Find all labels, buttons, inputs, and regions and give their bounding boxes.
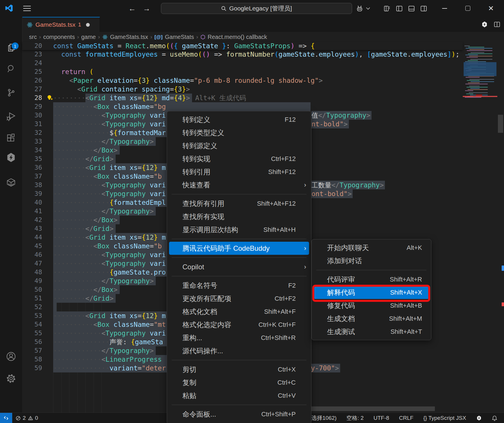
nav-forward-button[interactable]: → (142, 3, 152, 13)
codebuddy-activity-icon[interactable] (0, 150, 22, 165)
context-menu-item[interactable]: Copilot› (169, 260, 309, 273)
container-icon[interactable] (0, 175, 22, 190)
menu-item-shortcut: Ctrl+Shift+P (261, 411, 304, 418)
problems-status[interactable]: 2 0 (16, 413, 38, 423)
context-menu-item[interactable]: 转到实现Ctrl+F12 (169, 152, 309, 165)
run-debug-icon[interactable] (0, 109, 22, 124)
context-menu-item[interactable]: 转到定义F12 (169, 113, 309, 126)
codebuddy-rabbit-icon[interactable] (356, 5, 364, 12)
menu-item-label: 添加到对话 (327, 256, 362, 266)
breadcrumb-item[interactable]: components (43, 34, 75, 40)
extensions-icon[interactable] (0, 131, 22, 146)
context-menu-item[interactable]: 转到引用Shift+F12 (169, 165, 309, 178)
context-menu-item[interactable]: 转到类型定义 (169, 126, 309, 139)
remote-indicator[interactable] (0, 413, 12, 423)
context-menu-item[interactable]: 显示调用层次结构Shift+Alt+H (169, 223, 309, 236)
menu-separator (316, 270, 426, 270)
submenu-item[interactable]: 开始内联聊天Alt+K (314, 241, 429, 254)
eol-status[interactable]: CRLF (399, 415, 414, 421)
breadcrumb-item[interactable]: GameStats.tsx (110, 34, 148, 40)
context-menu-item[interactable]: 复制Ctrl+C (169, 376, 309, 389)
context-menu-item[interactable]: 格式化选定内容Ctrl+K Ctrl+F (169, 318, 309, 331)
lightbulb-sparkle-icon[interactable] (46, 94, 53, 101)
line-number: 31 (29, 120, 42, 128)
breadcrumb[interactable]: src›components›game›GameStats.tsx›[@]Gam… (29, 32, 465, 42)
selection-status[interactable]: 选择1062) (311, 414, 337, 422)
line-number: 36 (29, 163, 42, 172)
line-number: 37 (29, 172, 42, 181)
line-number: 53 (29, 311, 42, 320)
context-menu-item[interactable]: 剪切Ctrl+X (169, 363, 309, 376)
warning-count: 0 (35, 415, 38, 421)
minimize-button[interactable] (435, 0, 453, 17)
minimap[interactable] (463, 42, 497, 413)
toggle-secondary-sidebar-icon[interactable] (419, 5, 428, 12)
submenu-item[interactable]: 生成文档Shift+Alt+M (314, 312, 429, 325)
tab-gamestats[interactable]: GameStats.tsx 1 (22, 17, 100, 32)
submenu-item[interactable]: 添加到对话 (314, 254, 429, 267)
context-menu-item[interactable]: 腾讯云代码助手 CodeBuddy› (169, 242, 309, 255)
split-editor-icon[interactable] (492, 20, 502, 29)
notifications-bell-icon[interactable] (492, 415, 497, 421)
nav-back-button[interactable]: ← (127, 3, 137, 13)
menu-item-shortcut: F2 (288, 282, 304, 289)
menu-item-label: 重构... (182, 333, 202, 343)
menu-item-shortcut: Shift+Alt+H (263, 226, 304, 234)
line-number: 58 (29, 355, 42, 364)
tab-modified-dot[interactable] (86, 23, 90, 27)
breadcrumb-item[interactable]: src (29, 34, 37, 40)
context-menu-item[interactable]: 命令面板...Ctrl+Shift+P (169, 408, 309, 421)
context-menu-item[interactable]: 重构...Ctrl+Shift+R (169, 331, 309, 344)
customize-layout-icon[interactable] (383, 5, 391, 12)
code-line[interactable]: 25 return ( (22, 67, 497, 76)
chevron-down-icon[interactable] (365, 5, 371, 12)
search-sidebar-icon[interactable] (0, 61, 22, 76)
code-line[interactable]: 23 const formattedEmployees = useMemo(()… (22, 50, 497, 59)
vertical-scrollbar[interactable] (498, 115, 503, 133)
explorer-icon[interactable] (0, 40, 22, 55)
menu-item-label: Copilot (182, 263, 204, 271)
context-menu-item[interactable]: 格式化文档Shift+Alt+F (169, 305, 309, 318)
context-menu-item[interactable]: 粘贴Ctrl+V (169, 389, 309, 402)
context-menu-item[interactable]: 查找所有实现 (169, 210, 309, 223)
context-menu-item[interactable]: 快速查看› (169, 178, 309, 191)
account-icon[interactable] (0, 349, 22, 364)
context-menu-item[interactable]: 转到源定义 (169, 139, 309, 152)
codebuddy-status-icon[interactable] (476, 415, 482, 421)
code-line[interactable]: 27 <Grid container spacing={3}> (22, 85, 497, 94)
breadcrumb-item[interactable]: game (81, 34, 96, 40)
menu-item-shortcut: Ctrl+F2 (275, 295, 304, 302)
context-menu-item[interactable]: 重命名符号F2 (169, 279, 309, 292)
context-menu-item[interactable]: 查找所有引用Shift+Alt+F12 (169, 197, 309, 210)
code-line[interactable]: 24 (22, 59, 497, 67)
code-line[interactable]: 26 <Paper elevation={3} className="p-6 m… (22, 76, 497, 85)
submenu-item[interactable]: 生成测试Shift+Alt+T (314, 325, 429, 338)
menu-separator (172, 239, 306, 239)
source-control-icon[interactable] (0, 85, 22, 100)
line-number: 29 (29, 102, 42, 111)
menu-hamburger-icon[interactable] (23, 6, 31, 11)
close-button[interactable]: ✕ (482, 0, 500, 17)
breadcrumb-item[interactable]: React.memo() callback (208, 34, 267, 40)
language-mode-status[interactable]: {} TypeScript JSX (423, 415, 466, 421)
encoding-status[interactable]: UTF-8 (374, 415, 389, 421)
submenu-item[interactable]: 代码评审Shift+Alt+R (314, 273, 429, 286)
command-center-search[interactable]: GoogleLegacy [管理员] (161, 3, 352, 14)
line-number: 41 (29, 207, 42, 216)
toggle-panel-icon[interactable] (407, 5, 415, 12)
toggle-primary-sidebar-icon[interactable] (395, 5, 403, 12)
breadcrumb-item[interactable]: GameStats (165, 34, 194, 40)
code-line[interactable]: 28········<Grid item xs={12} md={4}>Alt+… (22, 94, 497, 102)
menu-separator (172, 194, 306, 194)
menu-item-label: 修复代码 (327, 301, 355, 310)
code-line[interactable]: 29··········<Box className="bg (22, 102, 497, 111)
settings-gear-icon[interactable] (0, 371, 22, 386)
menu-item-shortcut: Shift+Alt+B (390, 302, 424, 309)
codebuddy-editor-icon[interactable] (480, 20, 489, 29)
indentation-status[interactable]: 空格: 2 (347, 414, 364, 422)
context-menu-item[interactable]: 源代码操作... (169, 344, 309, 357)
maximize-button[interactable] (459, 0, 477, 17)
horizontal-scrollbar[interactable] (311, 406, 435, 411)
line-number: 47 (29, 259, 42, 268)
context-menu-item[interactable]: 更改所有匹配项Ctrl+F2 (169, 292, 309, 305)
